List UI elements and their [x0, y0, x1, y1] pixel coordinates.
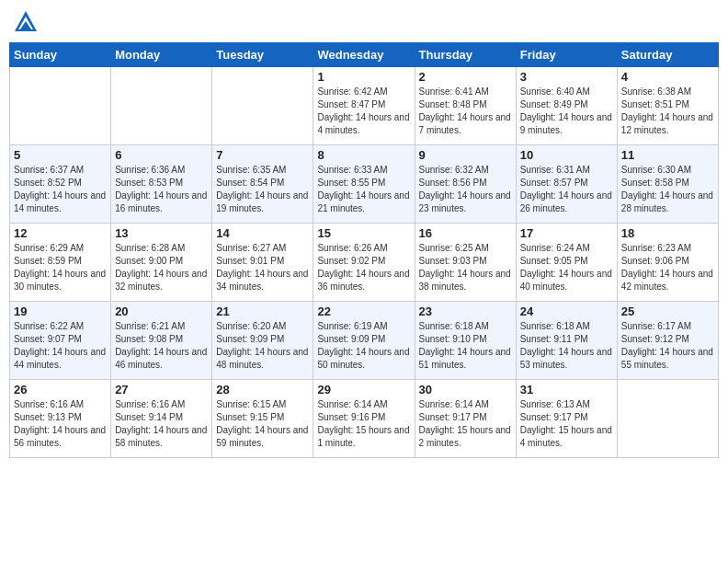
day-number: 25 [621, 304, 714, 318]
day-number: 19 [14, 304, 107, 318]
cell-info: Sunrise: 6:42 AMSunset: 8:47 PMDaylight:… [317, 86, 410, 137]
calendar-cell: 3Sunrise: 6:40 AMSunset: 8:49 PMDaylight… [516, 67, 617, 145]
calendar-cell [212, 67, 313, 145]
cell-info: Sunrise: 6:32 AMSunset: 8:56 PMDaylight:… [419, 164, 512, 215]
day-number: 16 [419, 226, 512, 240]
cell-info: Sunrise: 6:24 AMSunset: 9:05 PMDaylight:… [520, 242, 613, 293]
day-number: 20 [115, 304, 208, 318]
cell-info: Sunrise: 6:14 AMSunset: 9:16 PMDaylight:… [317, 398, 410, 450]
calendar-cell: 21Sunrise: 6:20 AMSunset: 9:09 PMDayligh… [212, 302, 313, 380]
calendar-cell: 10Sunrise: 6:31 AMSunset: 8:57 PMDayligh… [516, 145, 617, 224]
cell-info: Sunrise: 6:35 AMSunset: 8:54 PMDaylight:… [216, 164, 309, 215]
col-header-tuesday: Tuesday [212, 43, 313, 67]
calendar-cell: 17Sunrise: 6:24 AMSunset: 9:05 PMDayligh… [516, 224, 617, 302]
cell-info: Sunrise: 6:41 AMSunset: 8:48 PMDaylight:… [419, 86, 512, 137]
calendar-cell: 8Sunrise: 6:33 AMSunset: 8:55 PMDaylight… [313, 145, 415, 224]
day-number: 18 [621, 226, 714, 240]
logo-icon [13, 9, 39, 35]
col-header-monday: Monday [111, 43, 212, 67]
cell-info: Sunrise: 6:38 AMSunset: 8:51 PMDaylight:… [621, 86, 714, 137]
day-number: 26 [14, 383, 107, 396]
calendar-cell: 25Sunrise: 6:17 AMSunset: 9:12 PMDayligh… [617, 302, 718, 380]
page-header [9, 9, 719, 35]
calendar-table: SundayMondayTuesdayWednesdayThursdayFrid… [9, 42, 719, 458]
day-number: 4 [621, 70, 714, 84]
calendar-cell: 30Sunrise: 6:14 AMSunset: 9:17 PMDayligh… [415, 380, 516, 458]
week-row-1: 5Sunrise: 6:37 AMSunset: 8:52 PMDaylight… [10, 145, 719, 224]
day-number: 31 [520, 383, 613, 396]
calendar-cell: 31Sunrise: 6:13 AMSunset: 9:17 PMDayligh… [516, 380, 617, 458]
day-number: 13 [115, 226, 208, 240]
calendar-cell: 14Sunrise: 6:27 AMSunset: 9:01 PMDayligh… [212, 224, 313, 302]
col-header-sunday: Sunday [10, 43, 111, 67]
day-number: 9 [419, 148, 512, 162]
logo [13, 9, 42, 35]
day-number: 3 [520, 70, 613, 84]
cell-info: Sunrise: 6:16 AMSunset: 9:13 PMDaylight:… [14, 398, 107, 450]
cell-info: Sunrise: 6:33 AMSunset: 8:55 PMDaylight:… [317, 164, 410, 215]
col-header-wednesday: Wednesday [313, 43, 415, 67]
day-number: 21 [216, 304, 309, 318]
day-number: 8 [317, 148, 410, 162]
cell-info: Sunrise: 6:37 AMSunset: 8:52 PMDaylight:… [14, 164, 107, 215]
calendar-cell: 28Sunrise: 6:15 AMSunset: 9:15 PMDayligh… [212, 380, 313, 458]
calendar-cell: 1Sunrise: 6:42 AMSunset: 8:47 PMDaylight… [313, 67, 415, 145]
calendar-cell: 5Sunrise: 6:37 AMSunset: 8:52 PMDaylight… [10, 145, 111, 224]
cell-info: Sunrise: 6:18 AMSunset: 9:11 PMDaylight:… [520, 320, 613, 372]
col-header-thursday: Thursday [415, 43, 516, 67]
cell-info: Sunrise: 6:27 AMSunset: 9:01 PMDaylight:… [216, 242, 309, 293]
cell-info: Sunrise: 6:36 AMSunset: 8:53 PMDaylight:… [115, 164, 208, 215]
day-number: 7 [216, 148, 309, 162]
calendar-cell: 9Sunrise: 6:32 AMSunset: 8:56 PMDaylight… [415, 145, 516, 224]
day-number: 22 [317, 304, 410, 318]
calendar-cell: 2Sunrise: 6:41 AMSunset: 8:48 PMDaylight… [415, 67, 516, 145]
cell-info: Sunrise: 6:19 AMSunset: 9:09 PMDaylight:… [317, 320, 410, 372]
calendar-cell: 27Sunrise: 6:16 AMSunset: 9:14 PMDayligh… [111, 380, 212, 458]
day-number: 29 [317, 383, 410, 396]
calendar-cell [10, 67, 111, 145]
calendar-cell: 4Sunrise: 6:38 AMSunset: 8:51 PMDaylight… [617, 67, 718, 145]
calendar-cell: 7Sunrise: 6:35 AMSunset: 8:54 PMDaylight… [212, 145, 313, 224]
calendar-cell: 20Sunrise: 6:21 AMSunset: 9:08 PMDayligh… [111, 302, 212, 380]
day-number: 23 [419, 304, 512, 318]
day-number: 28 [216, 383, 309, 396]
cell-info: Sunrise: 6:21 AMSunset: 9:08 PMDaylight:… [115, 320, 208, 372]
cell-info: Sunrise: 6:15 AMSunset: 9:15 PMDaylight:… [216, 398, 309, 450]
day-number: 10 [520, 148, 613, 162]
calendar-cell: 6Sunrise: 6:36 AMSunset: 8:53 PMDaylight… [111, 145, 212, 224]
calendar-cell: 12Sunrise: 6:29 AMSunset: 8:59 PMDayligh… [10, 224, 111, 302]
calendar-cell: 24Sunrise: 6:18 AMSunset: 9:11 PMDayligh… [516, 302, 617, 380]
day-number: 24 [520, 304, 613, 318]
cell-info: Sunrise: 6:28 AMSunset: 9:00 PMDaylight:… [115, 242, 208, 293]
calendar-cell: 11Sunrise: 6:30 AMSunset: 8:58 PMDayligh… [617, 145, 718, 224]
col-header-friday: Friday [516, 43, 617, 67]
col-header-saturday: Saturday [617, 43, 718, 67]
week-row-3: 19Sunrise: 6:22 AMSunset: 9:07 PMDayligh… [10, 302, 719, 380]
calendar-cell: 29Sunrise: 6:14 AMSunset: 9:16 PMDayligh… [313, 380, 415, 458]
cell-info: Sunrise: 6:30 AMSunset: 8:58 PMDaylight:… [621, 164, 714, 215]
day-number: 17 [520, 226, 613, 240]
week-row-0: 1Sunrise: 6:42 AMSunset: 8:47 PMDaylight… [10, 67, 719, 145]
calendar-cell: 23Sunrise: 6:18 AMSunset: 9:10 PMDayligh… [415, 302, 516, 380]
day-number: 6 [115, 148, 208, 162]
cell-info: Sunrise: 6:23 AMSunset: 9:06 PMDaylight:… [621, 242, 714, 293]
cell-info: Sunrise: 6:16 AMSunset: 9:14 PMDaylight:… [115, 398, 208, 450]
day-number: 2 [419, 70, 512, 84]
cell-info: Sunrise: 6:40 AMSunset: 8:49 PMDaylight:… [520, 86, 613, 137]
cell-info: Sunrise: 6:22 AMSunset: 9:07 PMDaylight:… [14, 320, 107, 372]
day-number: 30 [419, 383, 512, 396]
cell-info: Sunrise: 6:14 AMSunset: 9:17 PMDaylight:… [419, 398, 512, 450]
day-number: 1 [317, 70, 410, 84]
week-row-4: 26Sunrise: 6:16 AMSunset: 9:13 PMDayligh… [10, 380, 719, 458]
cell-info: Sunrise: 6:13 AMSunset: 9:17 PMDaylight:… [520, 398, 613, 450]
day-number: 5 [14, 148, 107, 162]
header-row: SundayMondayTuesdayWednesdayThursdayFrid… [10, 43, 719, 67]
cell-info: Sunrise: 6:26 AMSunset: 9:02 PMDaylight:… [317, 242, 410, 293]
day-number: 15 [317, 226, 410, 240]
cell-info: Sunrise: 6:20 AMSunset: 9:09 PMDaylight:… [216, 320, 309, 372]
day-number: 12 [14, 226, 107, 240]
day-number: 27 [115, 383, 208, 396]
cell-info: Sunrise: 6:29 AMSunset: 8:59 PMDaylight:… [14, 242, 107, 293]
calendar-cell: 15Sunrise: 6:26 AMSunset: 9:02 PMDayligh… [313, 224, 415, 302]
calendar-cell: 18Sunrise: 6:23 AMSunset: 9:06 PMDayligh… [617, 224, 718, 302]
